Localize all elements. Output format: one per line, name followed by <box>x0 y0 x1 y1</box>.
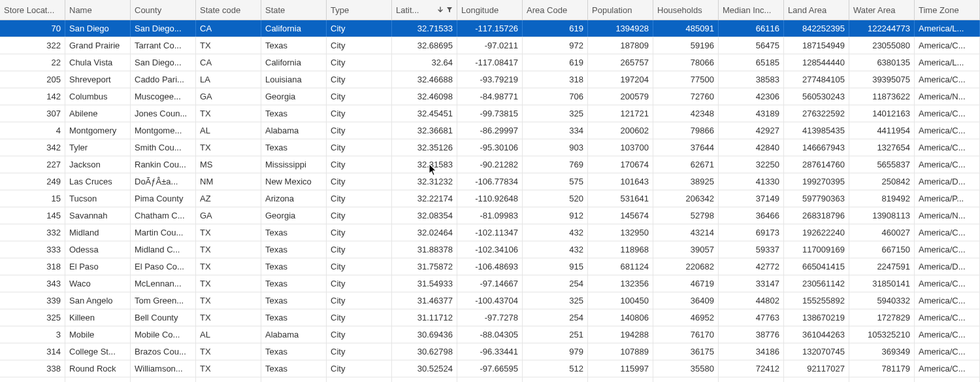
cell-hh[interactable]: 39057 <box>653 241 719 258</box>
cell-stateCode[interactable]: TX <box>196 241 261 258</box>
cell-stateCode[interactable]: GA <box>196 207 261 224</box>
cell-state[interactable]: Texas <box>261 105 327 122</box>
cell-store[interactable]: 318 <box>0 258 65 275</box>
cell-land[interactable]: 230561142 <box>784 275 849 292</box>
cell-land[interactable]: 117009169 <box>784 241 849 258</box>
table-row[interactable]: 314College St...Brazos Cou...TXTexasCity… <box>0 343 980 360</box>
cell-county[interactable]: Midland C... <box>131 241 196 258</box>
cell-pop[interactable]: 118968 <box>588 241 653 258</box>
cell-county[interactable]: Montgome... <box>131 122 196 139</box>
cell-hh[interactable]: 36409 <box>653 292 719 309</box>
table-row[interactable]: 318El PasoEl Paso Co...TXTexasCity31.758… <box>0 258 980 275</box>
cell-inc[interactable]: 42840 <box>719 139 784 156</box>
cell-lon[interactable]: -97.14667 <box>457 275 523 292</box>
cell-water[interactable]: 31850141 <box>849 275 915 292</box>
cell-lat[interactable]: 30.52524 <box>392 360 457 377</box>
column-header-store[interactable]: Store Locat... <box>0 0 65 20</box>
cell-water[interactable]: 14012163 <box>849 105 915 122</box>
cell-county[interactable]: Tom Green... <box>131 292 196 309</box>
cell-area[interactable]: 619 <box>523 54 588 71</box>
cell-area[interactable]: 903 <box>523 139 588 156</box>
cell-water[interactable]: 1327654 <box>849 139 915 156</box>
data-grid[interactable]: Store Locat...NameCountyState codeStateT… <box>0 0 980 382</box>
cell-lon[interactable]: -84.98771 <box>457 88 523 105</box>
cell-stateCode[interactable]: TX <box>196 105 261 122</box>
cell-hh[interactable]: 62671 <box>653 156 719 173</box>
cell-pop[interactable]: 228590 <box>588 377 653 382</box>
cell-stateCode[interactable]: LA <box>196 71 261 88</box>
cell-area[interactable]: 325 <box>523 105 588 122</box>
column-header-hh[interactable]: Households <box>653 0 719 20</box>
cell-name[interactable]: Midland <box>65 224 131 241</box>
cell-land[interactable]: 199270395 <box>784 173 849 190</box>
cell-hh[interactable]: 76170 <box>653 326 719 343</box>
cell-tz[interactable]: America/C... <box>915 275 980 292</box>
cell-inc[interactable]: 44802 <box>719 292 784 309</box>
cell-area[interactable]: 512 <box>523 360 588 377</box>
cell-lat[interactable]: 31.11712 <box>392 309 457 326</box>
cell-type[interactable]: City <box>327 360 392 377</box>
cell-stateCode[interactable]: MS <box>196 156 261 173</box>
column-header-area[interactable]: Area Code <box>523 0 588 20</box>
cell-lon[interactable]: -106.77834 <box>457 173 523 190</box>
cell-hh[interactable]: 52798 <box>653 207 719 224</box>
cell-lon[interactable]: -102.34106 <box>457 241 523 258</box>
cell-pop[interactable]: 200602 <box>588 122 653 139</box>
cell-hh[interactable]: 78066 <box>653 54 719 71</box>
table-row[interactable]: 333OdessaMidland C...TXTexasCity31.88378… <box>0 241 980 258</box>
cell-area[interactable]: 915 <box>523 258 588 275</box>
cell-state[interactable]: Louisiana <box>261 377 327 382</box>
cell-county[interactable]: Pima County <box>131 190 196 207</box>
cell-lat[interactable]: 31.54933 <box>392 275 457 292</box>
cell-water[interactable]: 5940332 <box>849 292 915 309</box>
cell-store[interactable]: 70 <box>0 20 65 37</box>
cell-land[interactable]: 665041415 <box>784 258 849 275</box>
cell-county[interactable]: Jones Coun... <box>131 105 196 122</box>
cell-stateCode[interactable]: CA <box>196 54 261 71</box>
cell-store[interactable]: 332 <box>0 224 65 241</box>
cell-county[interactable]: Tarrant Co... <box>131 37 196 54</box>
cell-inc[interactable]: 42927 <box>719 122 784 139</box>
cell-hh[interactable]: 46952 <box>653 309 719 326</box>
cell-lon[interactable]: -99.73815 <box>457 105 523 122</box>
cell-hh[interactable]: 77500 <box>653 71 719 88</box>
cell-type[interactable]: City <box>327 122 392 139</box>
cell-state[interactable]: Louisiana <box>261 71 327 88</box>
cell-county[interactable]: Chatham C... <box>131 207 196 224</box>
cell-tz[interactable]: America/C... <box>915 105 980 122</box>
cell-inc[interactable]: 42306 <box>719 88 784 105</box>
table-row[interactable]: 142ColumbusMuscogee...GAGeorgiaCity32.46… <box>0 88 980 105</box>
cell-pop[interactable]: 140806 <box>588 309 653 326</box>
cell-lat[interactable]: 31.88378 <box>392 241 457 258</box>
cell-land[interactable]: 277484105 <box>784 71 849 88</box>
cell-pop[interactable]: 187809 <box>588 37 653 54</box>
cell-land[interactable]: 361044263 <box>784 326 849 343</box>
cell-pop[interactable]: 194288 <box>588 326 653 343</box>
cell-store[interactable]: 15 <box>0 190 65 207</box>
cell-area[interactable]: 575 <box>523 173 588 190</box>
cell-name[interactable]: El Paso <box>65 258 131 275</box>
cell-state[interactable]: Texas <box>261 292 327 309</box>
cell-inc[interactable]: 32250 <box>719 156 784 173</box>
cell-name[interactable]: San Diego <box>65 20 131 37</box>
cell-lat[interactable]: 32.35126 <box>392 139 457 156</box>
cell-water[interactable]: 250842 <box>849 173 915 190</box>
cell-inc[interactable]: 41330 <box>719 173 784 190</box>
cell-name[interactable]: Waco <box>65 275 131 292</box>
column-header-lat[interactable]: Latit... <box>392 0 457 20</box>
cell-area[interactable]: 318 <box>523 71 588 88</box>
column-header-lon[interactable]: Longitude <box>457 0 523 20</box>
cell-state[interactable]: Texas <box>261 241 327 258</box>
cell-inc[interactable]: 66116 <box>719 20 784 37</box>
cell-lat[interactable]: 32.64 <box>392 54 457 71</box>
cell-tz[interactable]: America/P... <box>915 190 980 207</box>
cell-pop[interactable]: 265757 <box>588 54 653 71</box>
cell-lon[interactable]: -90.21282 <box>457 156 523 173</box>
table-row[interactable]: 343WacoMcLennan...TXTexasCity31.54933-97… <box>0 275 980 292</box>
cell-inc[interactable]: 69173 <box>719 224 784 241</box>
cell-hh[interactable]: 220682 <box>653 258 719 275</box>
cell-state[interactable]: Texas <box>261 343 327 360</box>
cell-name[interactable]: Round Rock <box>65 360 131 377</box>
cell-water[interactable]: 105325210 <box>849 326 915 343</box>
cell-hh[interactable]: 42348 <box>653 105 719 122</box>
